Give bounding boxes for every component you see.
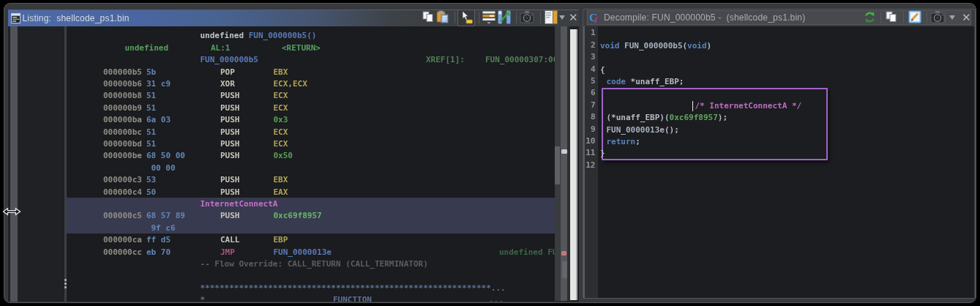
listing-row[interactable]: 9f c6 [67,222,555,234]
toolbar-separator [455,12,455,23]
listing-row[interactable]: FUN_000000b5XREF[1]:FUN_00000307:00 [67,53,555,65]
close-icon[interactable]: ✕ [962,13,971,23]
listing-title: Listing: shellcode_ps1.bin [23,10,130,26]
left-margin-bar[interactable] [10,26,18,302]
paste-icon[interactable] [436,10,449,23]
listing-row[interactable]: 000000b55bPOPEBX [67,66,555,78]
listing-row[interactable]: 000000be68 50 00PUSH0x50 [67,149,555,161]
listing-row[interactable]: 000000bc51PUSHECX [67,126,555,138]
cursor-location-icon[interactable] [457,10,475,26]
refresh-icon[interactable] [864,11,876,23]
decompiler-line[interactable] [585,51,974,63]
decompiler-line[interactable]: FUN_0000013e(); [585,124,974,135]
listing-row[interactable] [67,269,555,281]
listing-row[interactable]: 000000c450PUSHEAX [67,186,555,198]
toolbar-separator [903,12,904,23]
listing-row[interactable]: 000000caff d5CALLEBP [67,234,555,245]
close-icon[interactable]: ✕ [569,13,578,23]
cursor-position-marker [561,149,567,154]
decompiler-line[interactable]: { [585,64,974,75]
listing-row[interactable]: 000000c353PUSHEBX [67,173,555,185]
toolbar-separator [540,12,541,23]
listing-row[interactable]: 000000cceb 70JMPFUN_0000013eundefined FU… [67,246,555,258]
selection-marker [561,251,567,255]
listing-code-view[interactable]: undefined FUN_000000b5()undefinedAL:1<RE… [67,26,555,302]
chevron-down-icon[interactable] [559,15,565,20]
listing-row[interactable]: ****************************************… [67,282,555,294]
copy-icon[interactable] [422,11,434,23]
decompiler-line[interactable]: /* InternetConnectA */ [585,100,974,111]
listing-row[interactable]: 000000bd51PUSHECX [67,138,555,149]
decompiler-line[interactable]: } [585,147,974,159]
decompiler-line[interactable]: code*unaff_EBP; [585,75,974,87]
listing-row[interactable]: 000000b851PUSHECX [67,89,555,101]
toolbar-separator [880,12,881,23]
ghidra-screenshot: Listing: shellcode_ps1.bin [0,0,980,306]
edit-fields-icon[interactable] [482,11,495,24]
decompiler-line[interactable] [585,87,974,99]
toolbar-separator [479,12,479,23]
listing-row[interactable]: *FUNCTION... [67,294,555,301]
decompiler-code-view[interactable]: 123456789101112 voidFUN_000000b5(void){c… [583,26,974,298]
listing-row[interactable]: InternetConnectA [67,198,555,209]
listing-row[interactable]: undefined FUN_000000b5() [67,29,555,41]
listing-row[interactable]: 000000c568 57 89PUSH0xc69f8957 [67,209,555,221]
listing-row[interactable]: 00 00 [67,162,555,173]
decompiler-line[interactable]: (*unaff_EBP)(0xc69f8957); [585,111,974,123]
listing-marker-margin [561,26,568,301]
listing-row[interactable]: 000000b951PUSHECX [67,102,555,113]
decompiler-panel-icon: C f [589,12,601,23]
diff-view-icon[interactable] [498,10,511,24]
edit-icon[interactable] [908,10,921,23]
listing-row[interactable]: 000000b631 c9XORECX,ECX [67,78,555,89]
listing-scrollbar-thumb[interactable] [555,146,560,184]
copy-icon[interactable] [886,11,897,23]
listing-row[interactable]: -- Flow Override: CALL_RETURN (CALL_TERM… [67,258,555,269]
snapshot-camera-icon[interactable] [930,10,945,24]
listing-row[interactable]: undefinedAL:1<RETURN> [67,42,555,53]
listing-panel-icon [11,13,20,23]
decompiler-line[interactable]: voidFUN_000000b5(void) [585,40,974,51]
decompiler-line[interactable]: return; [585,135,974,147]
toolbar-separator [516,12,517,23]
listing-overview-margin[interactable] [570,29,578,300]
listing-row[interactable]: 000000ba6a 03PUSH0x3 [67,113,555,125]
toolbar-separator [945,12,946,23]
toolbar-separator [927,12,927,23]
decompiler-title: Decompile: FUN_000000b5 - (shellcode_ps1… [604,11,805,24]
snapshot-camera-icon[interactable] [520,10,534,24]
resize-cursor [2,206,21,217]
decompiler-line[interactable] [585,27,974,39]
margin-toggle-icon[interactable] [545,10,558,24]
decompiler-line[interactable] [585,160,974,171]
chevron-down-icon[interactable] [949,15,955,20]
